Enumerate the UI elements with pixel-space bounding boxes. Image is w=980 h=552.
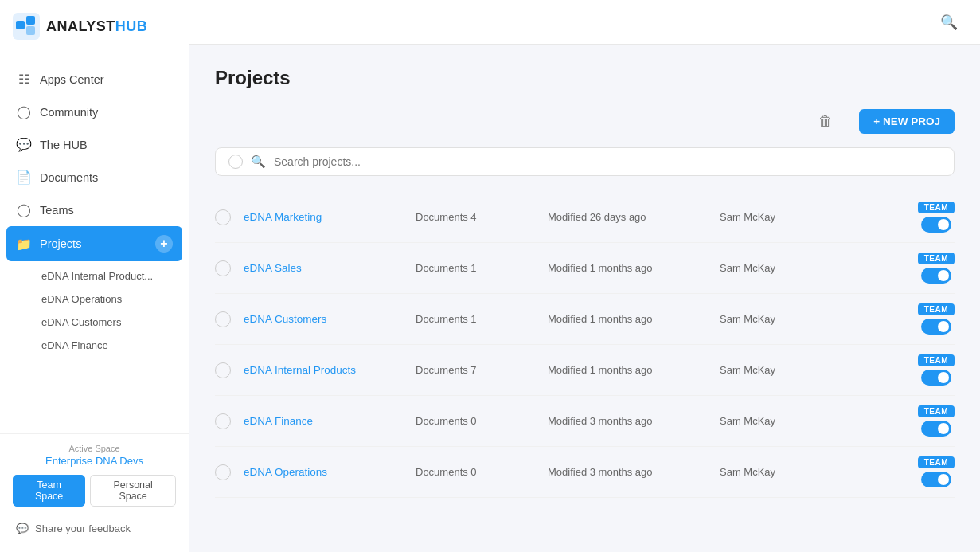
project-toggle-4[interactable] [921,421,951,437]
main-content: 🔍 Projects 🗑 + NEW PROJ 🔍 eDNA Marketing… [189,0,980,552]
apps-icon: ☷ [16,72,32,87]
project-team-area-3: TEAM [918,354,955,386]
project-owner-4: Sam McKay [720,415,823,427]
new-project-button[interactable]: + NEW PROJ [859,109,955,134]
team-badge-4: TEAM [918,405,955,417]
project-name-4[interactable]: eDNA Finance [244,415,403,427]
row-checkbox-4[interactable] [215,413,231,429]
row-checkbox-3[interactable] [215,362,231,378]
project-docs-3: Documents 7 [416,364,535,376]
project-toggle-1[interactable] [921,268,951,284]
chat-icon: 💬 [16,137,32,152]
row-checkbox-2[interactable] [215,311,231,327]
search-select-circle[interactable] [228,155,243,169]
project-docs-2: Documents 1 [416,313,535,325]
project-toggle-3[interactable] [921,370,951,386]
project-sub-items: eDNA Internal Product... eDNA Operations… [0,261,189,360]
sidebar-item-label: Projects [40,237,81,250]
topbar: 🔍 [189,0,980,45]
row-checkbox-1[interactable] [215,260,231,276]
team-badge-0: TEAM [918,202,955,213]
project-modified-5: Modified 3 months ago [548,466,707,478]
team-badge-5: TEAM [918,456,955,468]
sidebar-item-documents[interactable]: 📄 Documents [0,161,189,194]
search-bar: 🔍 [215,147,955,176]
team-badge-3: TEAM [918,354,955,366]
project-owner-0: Sam McKay [720,211,823,223]
project-modified-1: Modified 1 months ago [548,262,707,274]
logo-text: ANALYSTHUB [46,18,147,35]
project-toggle-5[interactable] [921,472,951,487]
team-space-button[interactable]: Team Space [13,475,85,507]
personal-space-button[interactable]: Personal Space [90,475,176,507]
feedback-icon: 💬 [16,523,29,534]
active-space-name: Enterprise DNA Devs [13,455,176,467]
globe-icon: ◯ [16,104,32,119]
project-name-1[interactable]: eDNA Sales [244,262,403,274]
project-name-3[interactable]: eDNA Internal Products [244,364,403,376]
sub-item-1[interactable]: eDNA Operations [0,288,189,311]
project-owner-2: Sam McKay [720,313,823,325]
project-modified-0: Modified 26 days ago [548,211,707,223]
sidebar-item-projects[interactable]: 📁 Projects + [6,226,182,261]
project-team-area-1: TEAM [918,253,955,284]
svg-rect-1 [16,21,25,29]
sidebar-item-label: Teams [40,204,74,217]
sidebar-item-the-hub[interactable]: 💬 The HUB [0,128,189,161]
sidebar-item-apps-center[interactable]: ☷ Apps Center [0,63,189,96]
project-modified-2: Modified 1 months ago [548,313,707,325]
sidebar: ANALYSTHUB ☷ Apps Center ◯ Community 💬 T… [0,0,189,552]
teams-icon: ◯ [16,202,32,217]
sidebar-bottom: Active Space Enterprise DNA Devs Team Sp… [0,433,189,552]
logo-icon [13,13,40,40]
logo-area: ANALYSTHUB [0,0,189,53]
table-row: eDNA Customers Documents 1 Modified 1 mo… [215,294,955,345]
toolbar-divider [849,111,849,133]
project-owner-5: Sam McKay [720,466,823,478]
team-badge-1: TEAM [918,253,955,264]
table-row: eDNA Internal Products Documents 7 Modif… [215,345,955,396]
sidebar-item-label: Documents [40,171,98,184]
project-docs-4: Documents 0 [416,415,535,427]
sidebar-item-label: The HUB [40,139,88,151]
svg-rect-3 [26,26,35,35]
doc-icon: 📄 [16,170,32,185]
project-owner-1: Sam McKay [720,262,823,274]
team-badge-2: TEAM [918,303,955,315]
space-toggle: Team Space Personal Space [13,475,176,507]
project-toggle-2[interactable] [921,319,951,335]
table-row: eDNA Marketing Documents 4 Modified 26 d… [215,192,955,243]
projects-list: eDNA Marketing Documents 4 Modified 26 d… [215,192,955,498]
nav-items: ☷ Apps Center ◯ Community 💬 The HUB 📄 Do… [0,53,189,433]
table-row: eDNA Sales Documents 1 Modified 1 months… [215,243,955,294]
table-row: eDNA Operations Documents 0 Modified 3 m… [215,447,955,498]
project-team-area-2: TEAM [918,303,955,335]
project-modified-4: Modified 3 months ago [548,415,707,427]
project-name-0[interactable]: eDNA Marketing [244,211,403,223]
sidebar-item-teams[interactable]: ◯ Teams [0,194,189,226]
feedback-label: Share your feedback [35,523,131,534]
project-docs-1: Documents 1 [416,262,535,274]
sub-item-3[interactable]: eDNA Finance [0,334,189,357]
sub-item-0[interactable]: eDNA Internal Product... [0,264,189,288]
project-team-area-0: TEAM [918,202,955,233]
folder-icon: 📁 [16,237,32,252]
project-docs-5: Documents 0 [416,466,535,478]
sidebar-item-label: Community [40,106,98,119]
search-icon[interactable]: 🔍 [934,10,964,34]
project-toggle-0[interactable] [921,217,951,233]
sidebar-item-label: Apps Center [40,73,104,86]
page-title: Projects [215,67,955,89]
project-name-5[interactable]: eDNA Operations [244,466,403,478]
row-checkbox-0[interactable] [215,209,231,225]
search-input[interactable] [274,155,941,168]
add-project-button[interactable]: + [155,235,173,253]
delete-button[interactable]: 🗑 [812,108,839,135]
project-name-2[interactable]: eDNA Customers [244,313,403,325]
search-magnifier-icon: 🔍 [251,155,266,169]
feedback-link[interactable]: 💬 Share your feedback [13,518,176,539]
svg-rect-2 [26,16,35,25]
row-checkbox-5[interactable] [215,464,231,480]
sub-item-2[interactable]: eDNA Customers [0,311,189,334]
sidebar-item-community[interactable]: ◯ Community [0,96,189,128]
